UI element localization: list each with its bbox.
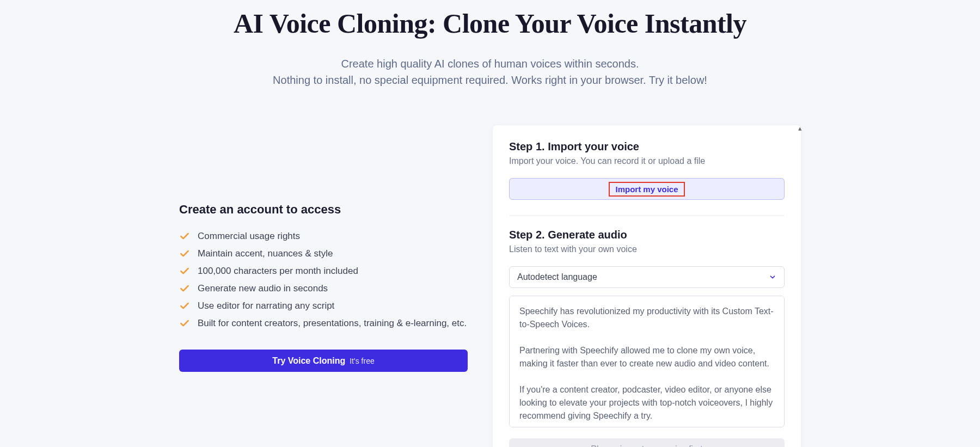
- step2-title: Step 2. Generate audio: [509, 229, 785, 241]
- check-icon: [179, 318, 190, 329]
- language-select[interactable]: Autodetect language: [509, 266, 785, 288]
- feature-item: Generate new audio in seconds: [179, 280, 468, 297]
- step2-subtitle: Listen to text with your own voice: [509, 244, 785, 254]
- wizard-panel: Step 1. Import your voice Import your vo…: [493, 125, 801, 447]
- import-my-voice-button[interactable]: Import my voice: [509, 178, 785, 200]
- features-heading: Create an account to access: [179, 203, 468, 217]
- feature-label: Generate new audio in seconds: [198, 283, 328, 294]
- feature-item: Built for content creators, presentation…: [179, 315, 468, 332]
- feature-label: Use editor for narrating any script: [198, 301, 334, 311]
- feature-item: Maintain accent, nuances & style: [179, 245, 468, 262]
- section-divider: [509, 215, 785, 216]
- subtitle-line-1: Create high quality AI clones of human v…: [0, 56, 980, 72]
- cta-sub-label: It's free: [350, 357, 374, 365]
- generate-button-disabled: Please import your voice first: [509, 438, 785, 447]
- subtitle-line-2: Nothing to install, no special equipment…: [0, 72, 980, 88]
- feature-label: Built for content creators, presentation…: [198, 318, 467, 329]
- check-icon: [179, 248, 190, 259]
- scroll-up-icon[interactable]: ▴: [798, 124, 802, 132]
- wizard-panel-wrap: ▴ ▾ Step 1. Import your voice Import you…: [493, 125, 801, 447]
- features-column: Create an account to access Commercial u…: [179, 125, 468, 447]
- try-voice-cloning-button[interactable]: Try Voice Cloning It's free: [179, 350, 468, 372]
- page-subtitle: Create high quality AI clones of human v…: [0, 56, 980, 88]
- feature-item: 100,000 characters per month included: [179, 262, 468, 280]
- script-textarea[interactable]: [509, 296, 785, 427]
- step1-subtitle: Import your voice. You can record it or …: [509, 156, 785, 166]
- check-icon: [179, 231, 190, 242]
- page-title: AI Voice Cloning: Clone Your Voice Insta…: [0, 8, 980, 39]
- check-icon: [179, 283, 190, 294]
- check-icon: [179, 301, 190, 311]
- step1-title: Step 1. Import your voice: [509, 140, 785, 153]
- cta-main-label: Try Voice Cloning: [272, 356, 345, 366]
- feature-item: Commercial usage rights: [179, 228, 468, 245]
- check-icon: [179, 266, 190, 277]
- feature-item: Use editor for narrating any script: [179, 297, 468, 315]
- feature-label: Commercial usage rights: [198, 231, 300, 242]
- language-selected-label: Autodetect language: [517, 272, 597, 282]
- feature-list: Commercial usage rights Maintain accent,…: [179, 228, 468, 332]
- feature-label: 100,000 characters per month included: [198, 266, 358, 277]
- import-my-voice-label: Import my voice: [609, 182, 684, 197]
- chevron-down-icon: [769, 273, 776, 281]
- feature-label: Maintain accent, nuances & style: [198, 248, 333, 259]
